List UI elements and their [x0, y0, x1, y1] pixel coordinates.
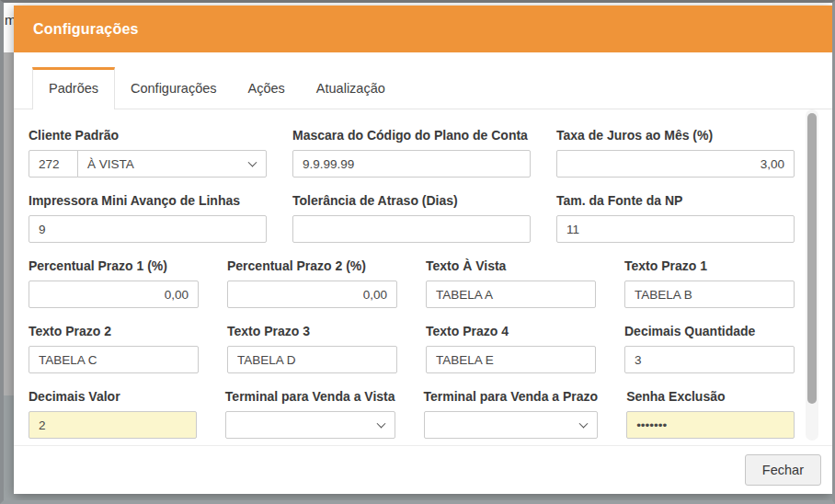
- terminal-venda-prazo-select[interactable]: [424, 411, 599, 439]
- impressora-mini-avanco-label: Impressora Mini Avanço de Linhas: [29, 193, 267, 209]
- field-mascara-plano-conta: Mascara do Código do Plano de Conta: [292, 128, 531, 178]
- dialog-header: Configurações: [14, 6, 832, 52]
- field-percentual-prazo1: Percentual Prazo 1 (%): [29, 258, 199, 308]
- decimais-quantidade-input[interactable]: [624, 346, 795, 373]
- field-decimais-quantidade: Decimais Quantidade: [624, 324, 795, 373]
- field-texto-prazo2: Texto Prazo 2: [29, 324, 199, 373]
- dialog-footer: Fechar: [14, 445, 832, 494]
- tolerancia-atraso-label: Tolerância de Atraso (Dias): [292, 193, 531, 209]
- dialog-title: Configurações: [33, 21, 139, 38]
- cliente-padrao-label: Cliente Padrão: [29, 128, 267, 143]
- texto-prazo3-label: Texto Prazo 3: [227, 324, 397, 339]
- field-tolerancia-atraso: Tolerância de Atraso (Dias): [292, 193, 531, 243]
- decimais-quantidade-label: Decimais Quantidade: [624, 324, 795, 339]
- senha-exclusao-input[interactable]: [626, 411, 795, 439]
- taxa-juros-mes-label: Taxa de Juros ao Mês (%): [556, 128, 795, 143]
- impressora-mini-avanco-input[interactable]: [29, 215, 267, 243]
- texto-prazo1-input[interactable]: [624, 281, 795, 308]
- field-cliente-padrao: Cliente Padrão À VISTA: [29, 128, 267, 178]
- tab-acoes[interactable]: Ações: [233, 67, 301, 109]
- texto-a-vista-label: Texto À Vista: [426, 258, 596, 274]
- percentual-prazo2-label: Percentual Prazo 2 (%): [227, 258, 397, 274]
- texto-prazo1-label: Texto Prazo 1: [624, 258, 795, 274]
- field-percentual-prazo2: Percentual Prazo 2 (%): [227, 258, 397, 308]
- texto-prazo2-label: Texto Prazo 2: [29, 324, 199, 339]
- cliente-padrao-selected-value: À VISTA: [87, 157, 134, 171]
- tab-atualizacao[interactable]: Atualização: [301, 67, 401, 109]
- tab-padroes[interactable]: Padrões: [32, 67, 115, 109]
- decimais-valor-input[interactable]: [29, 411, 197, 439]
- content-scrollbar[interactable]: [806, 109, 818, 441]
- field-texto-prazo3: Texto Prazo 3: [227, 324, 397, 373]
- field-terminal-venda-prazo: Terminal para Venda a Prazo: [424, 389, 599, 439]
- tab-configuracoes[interactable]: Configurações: [115, 67, 233, 109]
- texto-prazo4-label: Texto Prazo 4: [426, 324, 596, 339]
- chevron-down-icon: [579, 419, 589, 429]
- percentual-prazo2-input[interactable]: [227, 281, 397, 308]
- senha-exclusao-label: Senha Exclusão: [626, 389, 795, 405]
- configuracoes-dialog: Configurações Padrões Configurações Açõe…: [14, 6, 832, 494]
- field-texto-a-vista: Texto À Vista: [426, 258, 596, 308]
- tab-panel-padroes: Cliente Padrão À VISTA Mascara do Código…: [14, 109, 832, 445]
- chevron-down-icon: [248, 158, 257, 167]
- mascara-plano-conta-input[interactable]: [292, 150, 531, 178]
- terminal-venda-vista-label: Terminal para Venda a Vista: [225, 389, 395, 405]
- percentual-prazo1-label: Percentual Prazo 1 (%): [29, 258, 199, 274]
- cliente-padrao-code-input[interactable]: [29, 150, 78, 178]
- taxa-juros-mes-input[interactable]: [556, 150, 795, 178]
- terminal-venda-prazo-label: Terminal para Venda a Prazo: [424, 389, 599, 405]
- texto-a-vista-input[interactable]: [426, 281, 596, 308]
- texto-prazo4-input[interactable]: [426, 346, 596, 373]
- tam-fonte-np-label: Tam. da Fonte da NP: [556, 193, 795, 209]
- terminal-venda-vista-select[interactable]: [225, 411, 395, 439]
- field-senha-exclusao: Senha Exclusão: [626, 389, 795, 439]
- mascara-plano-conta-label: Mascara do Código do Plano de Conta: [292, 128, 531, 143]
- decimais-valor-label: Decimais Valor: [29, 389, 197, 405]
- fechar-button[interactable]: Fechar: [745, 454, 821, 486]
- texto-prazo3-input[interactable]: [227, 346, 397, 373]
- field-impressora-mini-avanco: Impressora Mini Avanço de Linhas: [29, 193, 267, 243]
- field-terminal-venda-vista: Terminal para Venda a Vista: [225, 389, 395, 439]
- tab-bar: Padrões Configurações Ações Atualização: [14, 52, 832, 109]
- field-texto-prazo4: Texto Prazo 4: [426, 324, 596, 373]
- tolerancia-atraso-input[interactable]: [292, 215, 531, 243]
- scrollbar-thumb[interactable]: [807, 113, 817, 404]
- field-taxa-juros-mes: Taxa de Juros ao Mês (%): [556, 128, 795, 178]
- texto-prazo2-input[interactable]: [29, 346, 199, 373]
- tam-fonte-np-input[interactable]: [556, 215, 795, 243]
- field-decimais-valor: Decimais Valor: [29, 389, 197, 439]
- field-texto-prazo1: Texto Prazo 1: [624, 258, 795, 308]
- cliente-padrao-select[interactable]: À VISTA: [77, 150, 267, 178]
- percentual-prazo1-input[interactable]: [29, 281, 199, 308]
- field-tam-fonte-np: Tam. da Fonte da NP: [556, 193, 795, 243]
- chevron-down-icon: [376, 419, 385, 429]
